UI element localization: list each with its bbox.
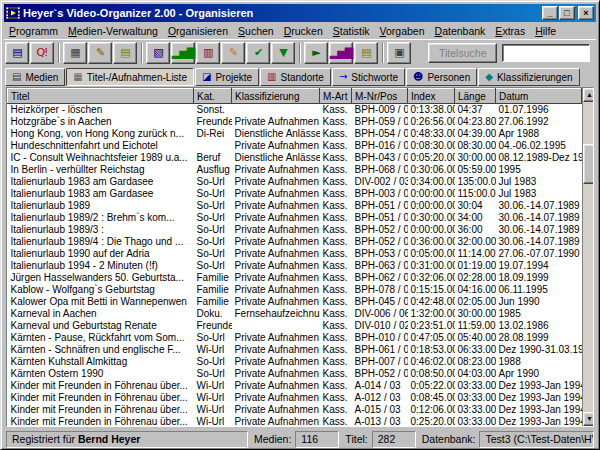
table-cell: 03:33.00 [455,416,496,428]
scroll-thumb[interactable] [583,144,594,184]
table-cell: Private Aufnahmen [232,248,320,260]
table-cell: Dez 1993-Jan 1994 [496,416,582,428]
menu-item-medien-verwaltung[interactable]: Medien-Verwaltung [63,24,163,38]
table-cell: 0:00:00.00 [408,188,455,200]
menu-item-suchen[interactable]: Suchen [233,24,279,38]
new-note-button[interactable]: ▤ [113,42,137,64]
table-row[interactable]: Kinder mit Freunden in Föhrenau über...W… [8,392,582,404]
table-row[interactable]: Kärnten - Pause, Rückfahrt vom Som...So-… [8,332,582,344]
table-cell: Kärnten - Pause, Rückfahrt vom Som... [8,332,194,344]
table-row[interactable]: Kalower Opa mit Betti in WannepenwenFami… [8,296,582,308]
table-cell: Kass. [320,248,352,260]
tab-medien[interactable]: ▤Medien [5,68,65,86]
table-row[interactable]: Italienurlaub 1989/2 : Brehm`s kom...So-… [8,212,582,224]
tab-stichworte[interactable]: →Stichworte [332,68,405,86]
table-row[interactable]: Kinder mit Freunden in Föhrenau über...W… [8,404,582,416]
table-row[interactable]: Kärnten Kuhstall AlmkittagSo-UrlPrivate … [8,356,582,368]
table-row[interactable]: Heizkörper - löschenSonst.Kass.BPH-009 /… [8,104,582,116]
table-row[interactable]: Italienurlaub 1989So-UrlPrivate Aufnahme… [8,200,582,212]
column-header-m-art[interactable]: M-Art [320,89,352,104]
menu-item-extras[interactable]: Extras [490,24,530,38]
table-row[interactable]: Jürgen Hasselwanders 50. Geburtsta...Fam… [8,272,582,284]
column-header-klassifizierung[interactable]: Klassifizierung [232,89,320,104]
table-row[interactable]: IC - Consult Weihnachtsfeier 1989 u.a...… [8,152,582,164]
table-cell: BPH-009 / 03 [352,104,408,116]
menu-item-datenbank[interactable]: Datenbank [430,24,491,38]
tab-standorte[interactable]: ▥Standorte [260,68,331,86]
table-row[interactable]: Kablow - Wolfgang`s GeburtstagFamiliePri… [8,284,582,296]
index-books-button[interactable]: ▥ [196,42,220,64]
print-button[interactable]: ▣ [387,42,411,64]
vertical-scrollbar[interactable]: ▲ ▼ [582,88,594,426]
report-chart-icon: ▂▅▇ [330,47,352,58]
minimize-button[interactable]: _ [542,6,558,20]
column-header-m-nr-pos[interactable]: M-Nr/Pos [352,89,408,104]
quit-button[interactable]: Q! [30,42,54,64]
scroll-down-icon[interactable]: ▼ [583,412,594,426]
table-cell: Kass. [320,284,352,296]
sort-down-button[interactable]: ▼ [271,42,295,64]
column-header-index[interactable]: Index [408,89,455,104]
menu-item-programm[interactable]: Programm [4,24,63,38]
menu-item-organisieren[interactable]: Organisieren [163,24,233,38]
table-cell: Italienurlaub 1989/3 : [8,224,194,236]
column-header-datum[interactable]: Datum [496,89,582,104]
table-cell: 1985 [496,308,582,320]
table-cell: BPH-078 / 02 [352,284,408,296]
notes-icon: ▤ [361,47,370,58]
report-chart-button[interactable]: ▂▅▇ [329,42,353,64]
notes-button[interactable]: ▤ [354,42,378,64]
title-search-input[interactable] [502,44,590,62]
menu-item-statistik[interactable]: Statistik [328,24,375,38]
titelsuche-button[interactable]: Titelsuche [428,43,497,63]
table-row[interactable]: Italienurlaub 1989/3 :So-UrlPrivate Aufn… [8,224,582,236]
close-button[interactable]: × [578,6,594,20]
edit-title-button[interactable]: ✎ [88,42,112,64]
table-row[interactable]: Italienurlaub 1983 am GardaseeSo-UrlPriv… [8,176,582,188]
scroll-track[interactable] [583,102,594,412]
table-row[interactable]: Karneval in AachenDoku.Fernsehaufzeichnu… [8,308,582,320]
table-cell: Hundeschnittenfahrt und Eichotel [8,140,194,152]
table-row[interactable]: Italienurlaub 1994 - 2 Minuten (!f)So-Ur… [8,260,582,272]
project-cards-button[interactable]: ▧ [146,42,170,64]
film-edit-icon: ✎ [229,47,237,58]
table-row[interactable]: Kärnten - Schnäfren und englische F...Wi… [8,344,582,356]
check-marker-button[interactable]: ✔ [246,42,270,64]
column-header-kat[interactable]: Kat. [194,89,232,104]
table-row[interactable]: Hotzgräbe`s in AachenFreundePrivate Aufn… [8,116,582,128]
table-cell: 01:19.00 [455,260,496,272]
column-header-titel[interactable]: Titel [8,89,194,104]
table-cell: BPH-068 / 03 [352,164,408,176]
table-cell: Italienurlaub 1983 am Gardasee [8,188,194,200]
table-row[interactable]: Italienurlaub 1990 auf der AdriaSo-UrlPr… [8,248,582,260]
table-row[interactable]: In Berlin - verhüllter ReichstagAusflugP… [8,164,582,176]
table-cell: 30:04 [455,200,496,212]
program-notes-button[interactable]: ▤ [5,42,29,64]
table-cell: Private Aufnahmen [232,200,320,212]
media-list-button[interactable]: ▦ [63,42,87,64]
toolbar-separator [141,43,143,63]
table-row[interactable]: Hong Kong, von Hong Kong zurück n...Di-R… [8,128,582,140]
tab-projekte[interactable]: ◪Projekte [195,68,259,86]
column-header-länge[interactable]: Länge [455,89,496,104]
menu-item-drucken[interactable]: Drucken [279,24,328,38]
table-row[interactable]: Kärnten Ostern 1990So-UrlPrivate Aufnahm… [8,368,582,380]
table-row[interactable]: Karneval und Geburtstag RenateFreundeKas… [8,320,582,332]
table-cell: Freunde [194,320,232,332]
table-cell: BPH-010 / 03 [352,332,408,344]
table-row[interactable]: Kinder mit Freunden in Föhrenau über...W… [8,416,582,428]
table-row[interactable]: Italienurlaub 1983 am GardaseeSo-UrlPriv… [8,188,582,200]
film-play-button[interactable]: ► [304,42,328,64]
statistics-chart-button[interactable]: ▂▅▇ [171,42,195,64]
tab-klassifizierungen[interactable]: ◆Klassifizierungen [478,68,579,86]
menu-item-hilfe[interactable]: Hilfe [530,24,561,38]
menu-item-vorgaben[interactable]: Vorgaben [375,24,430,38]
maximize-button[interactable]: □ [559,6,575,20]
table-row[interactable]: Hundeschnittenfahrt und EichotelPrivate … [8,140,582,152]
film-edit-button[interactable]: ✎ [221,42,245,64]
tab-personen[interactable]: ☻Personen [406,68,477,86]
table-row[interactable]: Italienurlaub 1989/4 : Die Thago und ...… [8,236,582,248]
table-row[interactable]: Kinder mit Freunden in Föhrenau über...W… [8,380,582,392]
tab-titel-aufnahmen-liste[interactable]: ▦Titel-/Aufnahmen-Liste [66,68,194,86]
scroll-up-icon[interactable]: ▲ [583,88,594,102]
